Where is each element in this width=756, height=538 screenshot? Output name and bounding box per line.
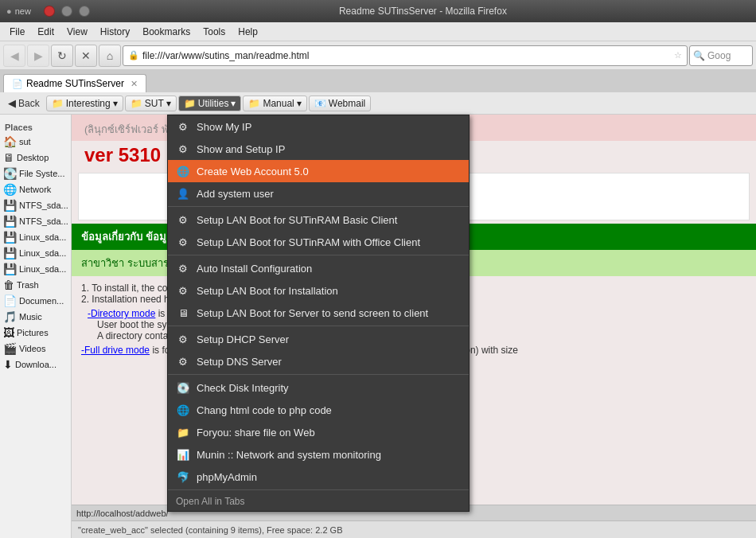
downloads-icon: ⬇ — [3, 358, 13, 371]
hdd-icon-2: 💾 — [3, 215, 17, 228]
sidebar-fs-label: File Syste... — [19, 169, 64, 178]
bookmark-manual-label: Manual — [263, 98, 294, 109]
menu-check-disk[interactable]: 💽 Check Disk Integrity — [168, 376, 469, 399]
settings-icon-1: ⚙ — [176, 119, 190, 134]
sidebar-item-ntfs2[interactable]: 💾 NTFS_sda... — [0, 213, 71, 229]
menu-chang-html[interactable]: 🌐 Chang html code to php code — [168, 399, 469, 421]
directory-mode-link[interactable]: -Directory mode — [88, 308, 155, 319]
sidebar-item-videos[interactable]: 🎬 Videos — [0, 341, 71, 357]
sidebar-ntfs1-label: NTFS_sda... — [19, 201, 68, 210]
back-places-btn[interactable]: ◀ Back — [3, 96, 45, 111]
sidebar-item-ntfs1[interactable]: 💾 NTFS_sda... — [0, 197, 71, 213]
menu-lan-install-label: Setup LAN Boot for Installation — [197, 285, 338, 297]
folder-share-icon: 📁 — [176, 425, 190, 439]
bookmark-sut-label: SUT — [145, 98, 164, 109]
menu-edit[interactable]: Edit — [31, 25, 60, 39]
close-btn[interactable] — [44, 6, 55, 17]
sidebar-sut-label: sut — [19, 137, 31, 146]
search-placeholder: Goog — [707, 50, 731, 61]
menu-show-setup-ip[interactable]: ⚙ Show and Setup IP — [168, 138, 469, 160]
bookmark-manual[interactable]: 📁 Manual ▾ — [243, 96, 306, 111]
menu-add-system-user[interactable]: 👤 Add system user — [168, 182, 469, 205]
menu-setup-dhcp[interactable]: ⚙ Setup DHCP Server — [168, 328, 469, 350]
menu-lan-office-label: Setup LAN Boot for SUTinRAM with Office … — [197, 236, 420, 248]
max-btn[interactable] — [79, 6, 90, 17]
menu-setup-lan-install[interactable]: ⚙ Setup LAN Boot for Installation — [168, 279, 469, 302]
stop-button[interactable]: ✕ — [75, 45, 97, 67]
sidebar-item-network[interactable]: 🌐 Network — [0, 181, 71, 197]
directory-detail2: A directory contai — [97, 330, 170, 341]
menu-bar: File Edit View History Bookmarks Tools H… — [0, 22, 756, 41]
folder-icon-sut: 📁 — [131, 98, 142, 109]
search-bar[interactable]: 🔍 Goog — [689, 45, 753, 66]
bookmarks-bar: ◀ Back 📁 Interesting ▾ 📁 SUT ▾ 📁 Utiliti… — [0, 92, 756, 115]
menu-munin[interactable]: 📊 Munin :: Network and system monitoring — [168, 443, 469, 466]
menu-html-label: Chang html code to php code — [197, 404, 332, 416]
active-tab[interactable]: 📄 Readme SUTinsServer ✕ — [3, 74, 146, 92]
menu-file[interactable]: File — [3, 25, 31, 39]
bookmark-interesting[interactable]: 📁 Interesting ▾ — [46, 96, 123, 111]
back-button[interactable]: ◀ — [3, 45, 25, 67]
hdd-icon-5: 💾 — [3, 263, 17, 275]
bookmark-webmail[interactable]: 📧 Webmail — [309, 96, 371, 111]
sidebar-item-pictures[interactable]: 🖼 Pictures — [0, 325, 71, 341]
separator-5 — [168, 489, 469, 490]
menu-open-all-tabs[interactable]: Open All in Tabs — [168, 492, 469, 511]
hdd-icon-3: 💾 — [3, 231, 17, 244]
sidebar-item-music[interactable]: 🎵 Music — [0, 309, 71, 325]
bookmark-utilities-label: Utilities — [198, 98, 229, 109]
star-icon[interactable]: ☆ — [674, 50, 682, 60]
sidebar-item-linux1[interactable]: 💾 Linux_sda... — [0, 229, 71, 245]
sidebar-item-linux2[interactable]: 💾 Linux_sda... — [0, 245, 71, 261]
menu-phpmyadmin[interactable]: 🐬 phpMyAdmin — [168, 466, 469, 488]
utilities-dropdown: ⚙ Show My IP ⚙ Show and Setup IP 🌐 Creat… — [167, 115, 470, 512]
sidebar-downloads-label: Downloa... — [15, 360, 57, 369]
hdd-icon-4: 💾 — [3, 247, 17, 259]
tab-close-icon[interactable]: ✕ — [131, 79, 138, 89]
pictures-icon: 🖼 — [3, 326, 14, 339]
separator-1 — [168, 206, 469, 207]
menu-tools[interactable]: Tools — [197, 25, 232, 39]
sidebar-item-desktop[interactable]: 🖥 Desktop — [0, 150, 71, 166]
trash-icon: 🗑 — [3, 279, 14, 291]
menu-view[interactable]: View — [60, 25, 94, 39]
web-icon: 🌐 — [176, 164, 190, 178]
menu-auto-install[interactable]: ⚙ Auto Install Configuration — [168, 257, 469, 279]
menu-show-my-ip[interactable]: ⚙ Show My IP — [168, 115, 469, 138]
fullmode-link[interactable]: -Full drive mode — [81, 345, 150, 356]
sidebar-item-filesystem[interactable]: 💽 File Syste... — [0, 166, 71, 181]
folder-icon-manual: 📁 — [248, 98, 260, 109]
sidebar-item-trash[interactable]: 🗑 Trash — [0, 277, 71, 293]
sidebar-item-sut[interactable]: 🏠 sut — [0, 134, 71, 150]
menu-bookmarks[interactable]: Bookmarks — [136, 25, 197, 39]
menu-help[interactable]: Help — [232, 25, 264, 39]
min-btn[interactable] — [61, 6, 72, 17]
forward-button[interactable]: ▶ — [27, 45, 49, 67]
sidebar-item-documents[interactable]: 📄 Documen... — [0, 293, 71, 309]
menu-create-web-account[interactable]: 🌐 Create Web Account 5.0 — [168, 160, 469, 182]
sidebar-item-linux3[interactable]: 💾 Linux_sda... — [0, 261, 71, 277]
sidebar-linux2-label: Linux_sda... — [19, 248, 66, 258]
menu-setup-lan-server[interactable]: 🖥 Setup LAN Boot for Server to send scre… — [168, 302, 469, 324]
network-icon: 🌐 — [3, 183, 17, 196]
menu-setup-lan-basic[interactable]: ⚙ Setup LAN Boot for SUTinRAM Basic Clie… — [168, 209, 469, 231]
places-label: Places — [0, 118, 71, 134]
menu-lan-server-label: Setup LAN Boot for Server to send screen… — [197, 307, 428, 319]
home-button[interactable]: ⌂ — [99, 45, 121, 67]
nav-bar: ◀ ▶ ↻ ✕ ⌂ 🔒 file:///var/www/sutins_man/r… — [0, 41, 756, 70]
bookmark-utilities[interactable]: 📁 Utilities ▾ — [178, 96, 242, 111]
web-big-title: ver 5310 — [84, 144, 161, 166]
menu-history[interactable]: History — [94, 25, 136, 39]
menu-setup-lan-office[interactable]: ⚙ Setup LAN Boot for SUTinRAM with Offic… — [168, 231, 469, 253]
sidebar-item-downloads[interactable]: ⬇ Downloa... — [0, 357, 71, 372]
settings-icon-3: ⚙ — [176, 212, 190, 227]
sidebar-linux3-label: Linux_sda... — [19, 264, 66, 274]
address-bar[interactable]: 🔒 file:///var/www/sutins_man/readme.html… — [123, 45, 688, 66]
menu-foryou-share[interactable]: 📁 Foryou: share file on Web — [168, 421, 469, 443]
reload-button[interactable]: ↻ — [51, 45, 73, 67]
title-bar: ● new Readme SUTinsServer - Mozilla Fire… — [0, 0, 756, 22]
tab-favicon: 📄 — [12, 79, 23, 89]
menu-setup-dns[interactable]: ⚙ Setup DNS Server — [168, 350, 469, 372]
menu-dns-label: Setup DNS Server — [197, 356, 282, 368]
bookmark-sut[interactable]: 📁 SUT ▾ — [125, 96, 177, 111]
